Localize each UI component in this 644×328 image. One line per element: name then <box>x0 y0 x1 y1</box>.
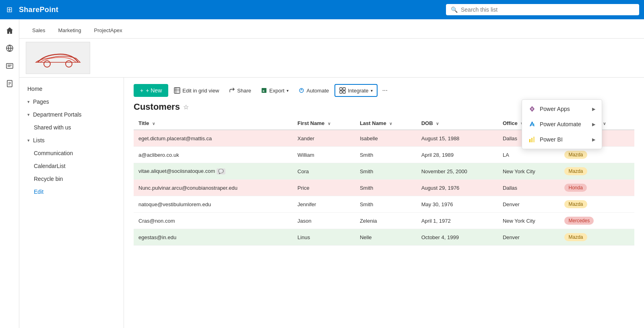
share-button[interactable]: Share <box>225 85 255 96</box>
integrate-button[interactable]: Integrate ▾ <box>334 84 377 97</box>
recycle-nav-label: Recycle bin <box>34 176 63 182</box>
sort-brand-icon[interactable]: ∨ <box>603 121 606 126</box>
power-bi-icon <box>528 136 536 143</box>
svg-rect-20 <box>343 91 345 93</box>
tab-projectapex[interactable]: ProjectApex <box>88 23 129 38</box>
brand-badge: Honda <box>564 184 586 192</box>
cell-lastname: Nelle <box>355 229 417 246</box>
power-apps-icon <box>528 105 536 113</box>
cell-brand: Mazda <box>559 229 634 246</box>
cell-brand: Mazda <box>559 196 634 213</box>
nav-recycle[interactable]: Recycle bin <box>19 172 124 185</box>
shared-nav-label: Shared with us <box>34 124 71 131</box>
power-apps-chevron-icon: ▶ <box>592 107 595 112</box>
export-label: Export <box>269 88 285 94</box>
col-dob: DOB ∨ <box>417 117 498 130</box>
left-icon-bar <box>0 19 19 328</box>
svg-point-8 <box>44 61 50 67</box>
cell-title: eget.dictum.placerat@mattis.ca <box>134 130 293 147</box>
two-col: Home ▾ Pages ▾ Department Portals Shared… <box>19 78 644 328</box>
cell-office: New York City <box>498 163 560 180</box>
col-lastname: Last Name ∨ <box>355 117 417 130</box>
cell-dob: May 30, 1976 <box>417 196 498 213</box>
lists-nav-label: Lists <box>33 137 45 144</box>
nav-communication[interactable]: Communication <box>19 147 124 160</box>
svg-point-9 <box>66 61 72 67</box>
share-label: Share <box>237 88 251 94</box>
sort-lastname-icon[interactable]: ∨ <box>389 121 392 126</box>
brand-badge: Mazda <box>564 200 587 208</box>
new-button[interactable]: + + New <box>134 84 168 97</box>
tab-sales[interactable]: Sales <box>26 23 52 38</box>
logo-box <box>26 42 90 74</box>
nav-dept-portals[interactable]: ▾ Department Portals <box>19 108 124 121</box>
automate-icon <box>298 87 305 94</box>
edit-grid-label: Edit in grid view <box>182 88 219 94</box>
integrate-label: Integrate <box>348 88 368 94</box>
export-chevron-icon: ▾ <box>287 88 289 93</box>
table-row: natoque@vestibulumlorem.eduJenniferSmith… <box>134 196 634 213</box>
svg-rect-17 <box>340 88 342 90</box>
favorite-star-icon[interactable]: ☆ <box>183 103 189 111</box>
cell-firstname: Cora <box>293 163 355 180</box>
table-row: Nunc.pulvinar.arcu@conubianostraper.eduP… <box>134 180 634 196</box>
chevron-dept-icon: ▾ <box>27 112 30 117</box>
cell-title: Cras@non.com <box>134 213 293 229</box>
home-nav-label: Home <box>27 86 42 92</box>
home-icon-btn[interactable] <box>2 23 18 39</box>
page-icon-btn[interactable] <box>2 76 18 92</box>
chat-icon[interactable]: 💬 <box>217 168 225 174</box>
search-bar: 🔍 <box>446 4 639 15</box>
more-button[interactable]: ··· <box>379 84 391 96</box>
svg-rect-23 <box>529 139 530 142</box>
power-apps-item[interactable]: Power Apps ▶ <box>522 101 602 117</box>
col-firstname: First Name ∨ <box>293 117 355 130</box>
news-icon-btn[interactable] <box>2 58 18 74</box>
nav-home[interactable]: Home <box>19 82 124 95</box>
left-nav: Home ▾ Pages ▾ Department Portals Shared… <box>19 78 124 328</box>
cell-firstname: William <box>293 147 355 163</box>
power-bi-item[interactable]: Power BI ▶ <box>522 132 602 147</box>
nav-shared[interactable]: Shared with us <box>19 121 124 134</box>
tab-marketing[interactable]: Marketing <box>52 23 88 38</box>
cell-lastname: Smith <box>355 180 417 196</box>
cell-lastname: Isabelle <box>355 130 417 147</box>
svg-rect-19 <box>340 91 342 93</box>
calendarlist-nav-label: CalendarList <box>34 163 66 169</box>
nav-calendarlist[interactable]: CalendarList <box>19 160 124 172</box>
nav-pages[interactable]: ▾ Pages <box>19 95 124 108</box>
power-automate-item[interactable]: Power Automate ▶ <box>522 117 602 132</box>
cell-title: a@aclibero.co.uk <box>134 147 293 163</box>
edit-grid-button[interactable]: Edit in grid view <box>170 85 223 96</box>
right-content: + + New Edit in grid view Share X Export <box>124 78 644 328</box>
cell-lastname: Smith <box>355 163 417 180</box>
toolbar: + + New Edit in grid view Share X Export <box>134 78 634 100</box>
svg-rect-24 <box>531 138 533 142</box>
export-button[interactable]: X Export ▾ <box>257 85 293 96</box>
automate-button[interactable]: Automate <box>294 85 333 96</box>
integrate-chevron-icon: ▾ <box>371 88 373 93</box>
integrate-dropdown: Power Apps ▶ Power Auto <box>522 99 602 149</box>
dept-portals-nav-label: Department Portals <box>33 111 82 118</box>
col-title: Title ∨ <box>134 117 293 130</box>
svg-text:X: X <box>262 89 265 93</box>
tabs-row: Sales Marketing ProjectApex <box>19 19 644 39</box>
svg-rect-1 <box>6 64 13 68</box>
sort-dob-icon[interactable]: ∨ <box>436 121 439 126</box>
edit-grid-icon <box>174 87 180 94</box>
table-row: vitae.aliquet@sociisnatoque.com💬CoraSmit… <box>134 163 634 180</box>
edit-nav-label: Edit <box>34 189 43 195</box>
cell-firstname: Jennifer <box>293 196 355 213</box>
waffle-icon[interactable]: ⊞ <box>5 4 14 16</box>
power-bi-chevron-icon: ▶ <box>592 137 595 142</box>
search-input[interactable] <box>461 6 634 13</box>
sort-firstname-icon[interactable]: ∨ <box>328 121 330 126</box>
nav-lists[interactable]: ▾ Lists <box>19 134 124 147</box>
cell-title: egestas@in.edu <box>134 229 293 246</box>
nav-edit[interactable]: Edit <box>19 185 124 198</box>
cell-dob: August 15, 1988 <box>417 130 498 147</box>
cell-dob: November 25, 2000 <box>417 163 498 180</box>
cell-office: New York City <box>498 213 560 229</box>
globe-icon-btn[interactable] <box>2 40 18 56</box>
sort-title-icon[interactable]: ∨ <box>152 121 155 126</box>
